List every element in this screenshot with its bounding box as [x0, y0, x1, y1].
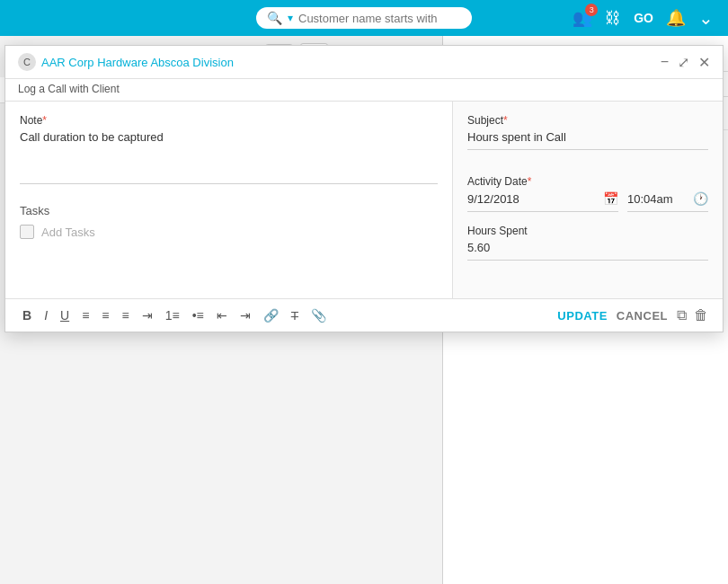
strikethrough-button[interactable]: T̶ — [289, 307, 301, 324]
company-avatar: C — [18, 53, 36, 71]
clock-icon[interactable]: 🕐 — [693, 191, 708, 206]
date-value[interactable]: 9/12/2018 📅 — [467, 191, 618, 212]
align-center-button[interactable]: ≡ — [99, 306, 111, 324]
activity-date-group: Activity Date* 9/12/2018 📅 10:04am 🕐 — [467, 175, 708, 212]
format-toolbar: B I U ≡ ≡ ≡ ⇥ 1≡ •≡ ⇤ ⇥ 🔗 T̶ 📎 — [20, 306, 329, 324]
underline-button[interactable]: U — [58, 306, 72, 324]
top-bar: 🔍 ▾ 👥 3 ⛓ GO 🔔 ⌄ — [0, 0, 728, 36]
align-left-button[interactable]: ≡ — [79, 306, 92, 324]
hours-spent-group: Hours Spent 5.60 — [467, 225, 708, 273]
person-group-icon[interactable]: 👥 3 — [573, 8, 592, 28]
align-right-button[interactable]: ≡ — [119, 306, 131, 324]
calendar-icon[interactable]: 📅 — [603, 191, 618, 206]
modal-footer: B I U ≡ ≡ ≡ ⇥ 1≡ •≡ ⇤ ⇥ 🔗 T̶ 📎 UPDATE CA… — [5, 298, 723, 332]
subject-group: Subject* Hours spent in Call — [467, 114, 708, 163]
trash-icon[interactable]: 🗑 — [694, 307, 708, 323]
go-button[interactable]: GO — [634, 11, 653, 25]
network-icon[interactable]: ⛓ — [605, 9, 621, 28]
activity-date-label: Activity Date* — [467, 175, 708, 188]
modal-minimize-button[interactable]: − — [661, 54, 669, 70]
outdent-button[interactable]: ⇤ — [214, 306, 230, 324]
footer-right-icons: ⧉ 🗑 — [677, 307, 708, 323]
time-value[interactable]: 10:04am 🕐 — [627, 191, 708, 212]
note-required: * — [42, 114, 47, 127]
task-checkbox[interactable] — [20, 225, 34, 239]
subject-value[interactable]: Hours spent in Call — [467, 130, 708, 150]
chevron-down-icon[interactable]: ⌄ — [698, 7, 714, 29]
modal-body: Note* Call duration to be captured Tasks… — [5, 102, 723, 298]
search-dropdown-arrow[interactable]: ▾ — [288, 12, 293, 24]
indent2-button[interactable]: ⇥ — [237, 306, 253, 324]
modal-header: C AAR Corp Hardware Abscoa Division − ⤢ … — [5, 46, 723, 79]
hours-spent-value[interactable]: 5.60 — [467, 241, 708, 261]
hours-spent-label: Hours Spent — [467, 225, 708, 237]
italic-button[interactable]: I — [41, 306, 50, 324]
cancel-button[interactable]: CANCEL — [617, 309, 668, 323]
subject-label: Subject* — [467, 114, 708, 127]
copy-icon[interactable]: ⧉ — [677, 307, 687, 323]
modal-maximize-button[interactable]: ⤢ — [678, 54, 689, 71]
tasks-section: Tasks Add Tasks — [20, 204, 438, 239]
ordered-list-button[interactable]: 1≡ — [163, 306, 182, 324]
unordered-list-button[interactable]: •≡ — [190, 306, 207, 324]
modal-close-button[interactable]: ✕ — [698, 54, 710, 71]
notification-badge: 3 — [585, 4, 598, 16]
modal-right-section: Subject* Hours spent in Call Activity Da… — [453, 102, 723, 298]
search-dropdown-icon[interactable]: 🔍 — [267, 11, 282, 25]
bell-icon[interactable]: 🔔 — [666, 8, 686, 28]
link-button[interactable]: 🔗 — [261, 306, 281, 324]
modal-controls: − ⤢ ✕ — [661, 54, 710, 71]
date-time-row: 9/12/2018 📅 10:04am 🕐 — [467, 191, 708, 212]
company-name: AAR Corp Hardware Abscoa Division — [41, 56, 234, 69]
top-icons-group: 👥 3 ⛓ GO 🔔 ⌄ — [573, 7, 714, 29]
global-search-bar[interactable]: 🔍 ▾ — [256, 7, 472, 29]
bold-button[interactable]: B — [20, 306, 34, 324]
footer-actions: UPDATE CANCEL ⧉ 🗑 — [557, 307, 708, 323]
modal-left-section: Note* Call duration to be captured Tasks… — [5, 102, 453, 298]
modal-subtitle: Log a Call with Client — [5, 79, 723, 102]
note-value[interactable]: Call duration to be captured — [20, 130, 438, 184]
note-label: Note* — [20, 114, 438, 127]
add-tasks-row[interactable]: Add Tasks — [20, 225, 438, 239]
indent-button[interactable]: ⇥ — [139, 306, 155, 324]
global-search-input[interactable] — [298, 12, 442, 25]
update-button[interactable]: UPDATE — [557, 309, 607, 323]
tasks-label: Tasks — [20, 204, 438, 217]
modal-header-left: C AAR Corp Hardware Abscoa Division — [18, 53, 661, 71]
log-call-modal: C AAR Corp Hardware Abscoa Division − ⤢ … — [4, 45, 724, 332]
add-tasks-text: Add Tasks — [41, 226, 95, 239]
attachment-button[interactable]: 📎 — [308, 306, 329, 324]
